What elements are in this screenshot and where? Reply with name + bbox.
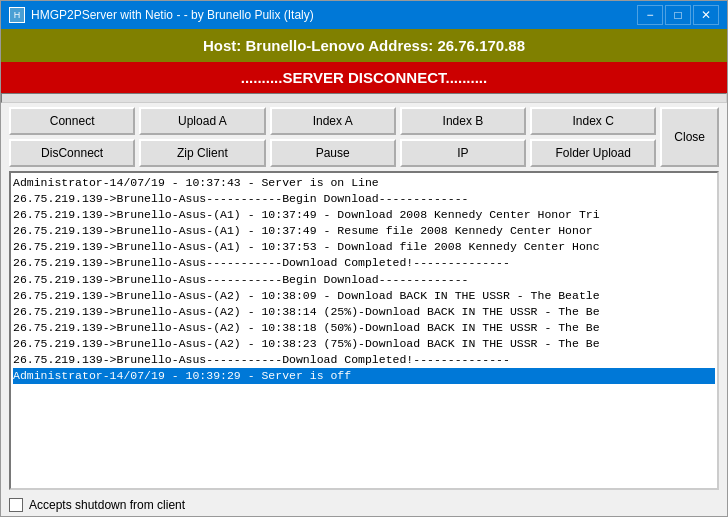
upload-a-button[interactable]: Upload A (139, 107, 265, 135)
log-line: 26.75.219.139->Brunello-Asus-----------D… (13, 352, 715, 368)
disconnect-bar: ..........SERVER DISCONNECT.......... (1, 62, 727, 93)
log-line: Administrator-14/07/19 - 10:39:29 - Serv… (13, 368, 715, 384)
pause-button[interactable]: Pause (270, 139, 396, 167)
log-line: 26.75.219.139->Brunello-Asus-(A2) - 10:3… (13, 336, 715, 352)
log-line: 26.75.219.139->Brunello-Asus-(A1) - 10:3… (13, 239, 715, 255)
log-line: 26.75.219.139->Brunello-Asus-----------B… (13, 191, 715, 207)
disconnect-button[interactable]: DisConnect (9, 139, 135, 167)
index-c-button[interactable]: Index C (530, 107, 656, 135)
ip-button[interactable]: IP (400, 139, 526, 167)
index-b-button[interactable]: Index B (400, 107, 526, 135)
zip-client-button[interactable]: Zip Client (139, 139, 265, 167)
buttons-grid: Connect Upload A Index A Index B Index C… (1, 103, 727, 171)
host-bar: Host: Brunello-Lenovo Address: 26.76.170… (1, 29, 727, 62)
log-line: 26.75.219.139->Brunello-Asus-(A1) - 10:3… (13, 207, 715, 223)
minimize-button[interactable]: − (637, 5, 663, 25)
window-close-button[interactable]: ✕ (693, 5, 719, 25)
log-line: 26.75.219.139->Brunello-Asus-(A2) - 10:3… (13, 320, 715, 336)
log-line: 26.75.219.139->Brunello-Asus-----------D… (13, 255, 715, 271)
log-line: 26.75.219.139->Brunello-Asus-(A2) - 10:3… (13, 288, 715, 304)
main-window: H HMGP2PServer with Netio - - by Brunell… (0, 0, 728, 517)
shutdown-checkbox[interactable] (9, 498, 23, 512)
title-bar-controls: − □ ✕ (637, 5, 719, 25)
maximize-button[interactable]: □ (665, 5, 691, 25)
index-a-button[interactable]: Index A (270, 107, 396, 135)
host-text: Host: Brunello-Lenovo Address: 26.76.170… (203, 37, 525, 54)
bottom-bar: Accepts shutdown from client (1, 494, 727, 516)
log-line: 26.75.219.139->Brunello-Asus-(A1) - 10:3… (13, 223, 715, 239)
log-area: Administrator-14/07/19 - 10:37:43 - Serv… (9, 171, 719, 490)
close-button[interactable]: Close (660, 107, 719, 167)
log-line: 26.75.219.139->Brunello-Asus-----------B… (13, 272, 715, 288)
title-bar-left: H HMGP2PServer with Netio - - by Brunell… (9, 7, 314, 23)
connect-button[interactable]: Connect (9, 107, 135, 135)
disconnect-text: ..........SERVER DISCONNECT.......... (241, 69, 487, 86)
app-icon: H (9, 7, 25, 23)
folder-upload-button[interactable]: Folder Upload (530, 139, 656, 167)
log-line: Administrator-14/07/19 - 10:37:43 - Serv… (13, 175, 715, 191)
title-bar: H HMGP2PServer with Netio - - by Brunell… (1, 1, 727, 29)
shutdown-label: Accepts shutdown from client (29, 498, 185, 512)
window-title: HMGP2PServer with Netio - - by Brunello … (31, 8, 314, 22)
log-line: 26.75.219.139->Brunello-Asus-(A2) - 10:3… (13, 304, 715, 320)
progress-bar (1, 93, 727, 103)
